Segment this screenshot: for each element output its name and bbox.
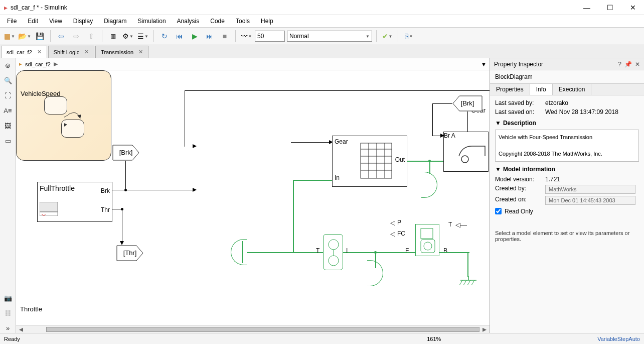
menu-display[interactable]: Display	[68, 17, 98, 26]
new-model-button[interactable]: ▦▼	[3, 30, 16, 43]
menu-file[interactable]: File	[2, 17, 22, 26]
menu-simulation[interactable]: Simulation	[133, 17, 171, 26]
palette-bar: ⊚ 🔍 ⛶ A≡ 🖼 ▭ 📷 ☷ »	[0, 58, 16, 333]
menu-diagram[interactable]: Diagram	[99, 17, 131, 26]
model-canvas[interactable]: FullThrottle Brk Thr [Brk]	[16, 70, 490, 325]
svg-point-17	[329, 256, 339, 266]
chevron-down-icon[interactable]: ▼	[495, 166, 501, 173]
save-button[interactable]: 💾	[33, 30, 46, 43]
inspector-hint: Select a model element to set or view it…	[495, 230, 639, 242]
menu-help[interactable]: Help	[256, 17, 278, 26]
block-goto-thr[interactable]: [Thr]	[116, 245, 143, 261]
model-config-button[interactable]: ⚙▼	[121, 30, 134, 43]
created-by-field: MathWorks	[545, 185, 635, 194]
fast-restart-button[interactable]: ↻	[158, 30, 171, 43]
menu-edit[interactable]: Edit	[23, 17, 43, 26]
block-gear-coupling[interactable]	[421, 172, 437, 198]
forward-button[interactable]: ⇨	[70, 30, 83, 43]
block-vehicle[interactable]: Br A	[443, 132, 489, 172]
block-from-brk[interactable]: [Brk]	[452, 95, 482, 111]
gearbox-icon	[359, 139, 399, 184]
menu-code[interactable]: Code	[205, 17, 230, 26]
model-explorer-button[interactable]: ☰▼	[136, 30, 149, 43]
record-button[interactable]: 〰▼	[240, 30, 253, 43]
svg-line-25	[467, 280, 470, 285]
tab-execution[interactable]: Execution	[553, 84, 592, 95]
svg-rect-0	[40, 202, 58, 212]
close-icon[interactable]: ✕	[635, 61, 640, 68]
stop-time-input[interactable]	[255, 31, 285, 42]
minimize-button[interactable]: —	[580, 4, 594, 12]
svg-point-16	[329, 240, 339, 250]
read-only-checkbox[interactable]: Read Only	[495, 208, 639, 215]
tab-info[interactable]: Info	[530, 84, 553, 95]
scrollbar-thumb[interactable]	[46, 327, 479, 332]
breadcrumb: ▸ sdl_car_f2 ▶ ▼	[16, 58, 490, 70]
status-ready: Ready	[4, 336, 20, 342]
pin-icon[interactable]: ▸	[19, 61, 22, 67]
hide-nav-icon[interactable]: ⊚	[3, 60, 13, 70]
svg-rect-6	[361, 143, 392, 178]
stop-button[interactable]: ■	[218, 30, 231, 43]
step-back-button[interactable]: ⏮	[173, 30, 186, 43]
fit-icon[interactable]: ⛶	[3, 90, 13, 100]
svg-rect-18	[421, 228, 433, 239]
block-fullthrottle[interactable]: FullThrottle Brk Thr	[37, 182, 112, 222]
svg-rect-19	[421, 240, 435, 253]
tab-properties[interactable]: Properties	[490, 84, 530, 95]
image-icon[interactable]: 🖼	[3, 121, 13, 131]
block-transmission[interactable]: Gear In Out	[332, 136, 407, 187]
list-icon[interactable]: ☷	[3, 308, 13, 318]
close-icon[interactable]: ✕	[84, 49, 89, 55]
created-on-field: Mon Dec 01 14:45:43 2003	[545, 196, 635, 205]
expand-icon[interactable]: »	[3, 323, 13, 333]
block-goto-brk[interactable]: [Brk]	[112, 145, 139, 161]
breadcrumb-root[interactable]: sdl_car_f2	[25, 61, 51, 67]
build-button[interactable]: ✔▼	[381, 30, 394, 43]
chevron-down-icon[interactable]: ▼	[481, 61, 487, 67]
library-browser-button[interactable]: ▥	[106, 30, 119, 43]
horizontal-scrollbar[interactable]: ◂ ▸	[16, 325, 490, 333]
close-icon[interactable]: ✕	[37, 49, 42, 55]
open-button[interactable]: 📂▼	[18, 30, 31, 43]
deploy-button[interactable]: ⎘▼	[402, 30, 415, 43]
app-icon: ▸	[4, 4, 8, 12]
status-zoom[interactable]: 161%	[427, 336, 597, 342]
block-shift-logic[interactable]: VehicleSpeed Gear Throttle	[16, 70, 111, 161]
window-title: sdl_car_f * - Simulink	[11, 4, 580, 11]
zoom-icon[interactable]: 🔍	[3, 75, 13, 85]
run-button[interactable]: ▶	[188, 30, 201, 43]
step-forward-button[interactable]: ⏭	[203, 30, 216, 43]
help-icon[interactable]: ?	[618, 61, 621, 68]
status-bar: Ready 161% VariableStepAuto	[0, 333, 644, 344]
menu-tools[interactable]: Tools	[231, 17, 255, 26]
signal-builder-icon	[40, 202, 58, 218]
viewmark-icon[interactable]: ▭	[3, 136, 13, 146]
close-button[interactable]: ✕	[626, 4, 640, 12]
svg-point-20	[424, 242, 432, 250]
tab-shift-logic[interactable]: Shift Logic✕	[48, 46, 94, 58]
svg-line-24	[463, 280, 466, 285]
chevron-down-icon[interactable]: ▼	[495, 120, 501, 127]
up-button[interactable]: ⇧	[85, 30, 98, 43]
screenshot-icon[interactable]: 📷	[3, 293, 13, 303]
status-solver[interactable]: VariableStepAuto	[597, 336, 640, 342]
mech-ref-left[interactable]	[231, 239, 247, 265]
tab-transmission[interactable]: Transmission✕	[95, 46, 148, 58]
annotation-icon[interactable]: A≡	[3, 105, 13, 116]
block-engine[interactable]	[415, 224, 439, 256]
simulation-mode-select[interactable]: Normal▼	[287, 31, 372, 42]
tab-sdl-car-f2[interactable]: sdl_car_f2✕	[1, 46, 47, 58]
mech-ground-icon[interactable]	[459, 276, 477, 288]
description-box: Vehicle with Four-Speed Transmission Cop…	[495, 130, 639, 162]
maximize-button[interactable]: ☐	[603, 4, 617, 12]
block-torque-sensor[interactable]	[323, 234, 343, 270]
close-icon[interactable]: ✕	[138, 49, 143, 55]
toolbar: ▦▼ 📂▼ 💾 ⇦ ⇨ ⇧ ▥ ⚙▼ ☰▼ ↻ ⏮ ▶ ⏭ ■ 〰▼ Norma…	[0, 27, 644, 45]
menu-view[interactable]: View	[44, 17, 67, 26]
back-button[interactable]: ⇦	[55, 30, 68, 43]
pin-icon[interactable]: 📌	[624, 61, 632, 68]
menu-analysis[interactable]: Analysis	[172, 17, 205, 26]
svg-marker-4	[77, 114, 81, 119]
menu-bar: File Edit View Display Diagram Simulatio…	[0, 15, 644, 27]
